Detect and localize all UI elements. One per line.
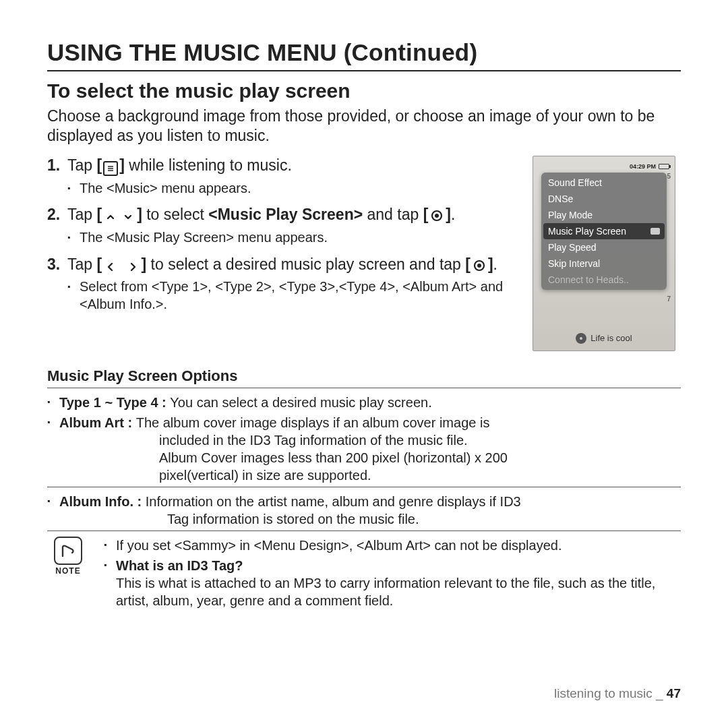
svg-point-3 bbox=[477, 264, 481, 268]
menu-item-0: Sound Effect bbox=[541, 175, 667, 191]
device-side-top: 5 bbox=[667, 173, 671, 180]
menu-item-1: DNSe bbox=[541, 191, 667, 207]
device-now-playing: Life is cool bbox=[533, 333, 675, 344]
chevron-left-icon bbox=[103, 260, 118, 274]
options-rule-top bbox=[47, 388, 681, 388]
device-side-bottom: 7 bbox=[667, 295, 671, 303]
step-2-post: . bbox=[451, 206, 455, 223]
options-list-2: Album Info. : Information on the artist … bbox=[47, 493, 681, 528]
note-1: If you set <Sammy> in <Menu Design>, <Al… bbox=[104, 537, 681, 554]
step-1-pre: Tap bbox=[67, 156, 96, 174]
footer-section: listening to music bbox=[554, 686, 653, 700]
step-3-m1: to select a desired music play screen an… bbox=[146, 255, 465, 273]
step-1: Tap [] while listening to music. The <Mu… bbox=[47, 156, 515, 198]
note-icon bbox=[54, 537, 82, 565]
device-status-bar: 04:29 PM bbox=[539, 163, 669, 170]
footer-page: 47 bbox=[667, 686, 681, 700]
note-2: What is an ID3 Tag? This is what is atta… bbox=[104, 557, 681, 609]
note-block: NOTE If you set <Sammy> in <Menu Design>… bbox=[47, 537, 681, 612]
step-2-m2: and tap bbox=[363, 206, 423, 223]
chevron-up-icon bbox=[103, 210, 118, 224]
step-1-sub: The <Music> menu appears. bbox=[67, 180, 515, 198]
step-3-sub: Select from <Type 1>, <Type 2>, <Type 3>… bbox=[67, 278, 515, 313]
step-3-pre: Tap bbox=[67, 255, 96, 273]
step-2-bold: <Music Play Screen> bbox=[208, 206, 363, 223]
battery-icon bbox=[659, 164, 669, 169]
options-rule-mid bbox=[47, 487, 681, 487]
menu-item-3-selected: Music Play Screen bbox=[543, 223, 665, 239]
opt-albuminfo: Album Info. : Information on the artist … bbox=[47, 493, 681, 528]
page-footer: listening to music _ 47 bbox=[554, 686, 681, 701]
title-rule bbox=[47, 70, 681, 71]
device-time: 04:29 PM bbox=[630, 163, 656, 170]
svg-point-1 bbox=[435, 214, 439, 218]
ok-icon bbox=[429, 208, 444, 223]
chevron-down-icon bbox=[121, 210, 135, 224]
now-playing-title: Life is cool bbox=[590, 333, 632, 343]
menu-item-6: Connect to Heads.. bbox=[541, 272, 667, 288]
section-heading: To select the music play screen bbox=[47, 80, 681, 102]
step-2-m1: to select bbox=[142, 206, 208, 223]
options-rule-bottom bbox=[47, 530, 681, 531]
steps-list: Tap [] while listening to music. The <Mu… bbox=[47, 156, 515, 313]
menu-item-4: Play Speed bbox=[541, 239, 667, 255]
options-list: Type 1 ~ Type 4 : You can select a desir… bbox=[47, 394, 681, 484]
opt-albumart: Album Art : The album cover image displa… bbox=[47, 414, 681, 484]
disc-icon bbox=[576, 333, 586, 344]
intro-text: Choose a background image from those pro… bbox=[47, 107, 681, 146]
opt-type: Type 1 ~ Type 4 : You can select a desir… bbox=[47, 394, 681, 411]
menu-item-2: Play Mode bbox=[541, 207, 667, 223]
step-3-post: . bbox=[493, 255, 497, 273]
chevron-right-icon bbox=[125, 260, 140, 274]
step-2: Tap [] to select <Music Play Screen> and… bbox=[47, 205, 515, 246]
menu-icon bbox=[103, 161, 118, 176]
thumb-icon bbox=[650, 228, 660, 235]
step-3: Tap [ ] to select a desired music play s… bbox=[47, 255, 515, 313]
note-2-q: What is an ID3 Tag? bbox=[116, 558, 243, 573]
options-heading: Music Play Screen Options bbox=[47, 367, 681, 385]
footer-sep: _ bbox=[653, 686, 667, 700]
step-1-post: while listening to music. bbox=[125, 156, 292, 174]
device-menu: Sound Effect DNSe Play Mode Music Play S… bbox=[541, 173, 667, 290]
menu-item-5: Skip Interval bbox=[541, 255, 667, 272]
device-mock: 04:29 PM 5 Sound Effect DNSe Play Mode M… bbox=[533, 156, 675, 351]
note-label: NOTE bbox=[47, 566, 89, 576]
page-title: USING THE MUSIC MENU (Continued) bbox=[47, 39, 681, 66]
step-2-pre: Tap bbox=[67, 206, 96, 223]
step-2-sub: The <Music Play Screen> menu appears. bbox=[67, 229, 515, 247]
note-2-a: This is what is attached to an MP3 to ca… bbox=[116, 576, 655, 608]
ok-icon-2 bbox=[472, 258, 487, 273]
